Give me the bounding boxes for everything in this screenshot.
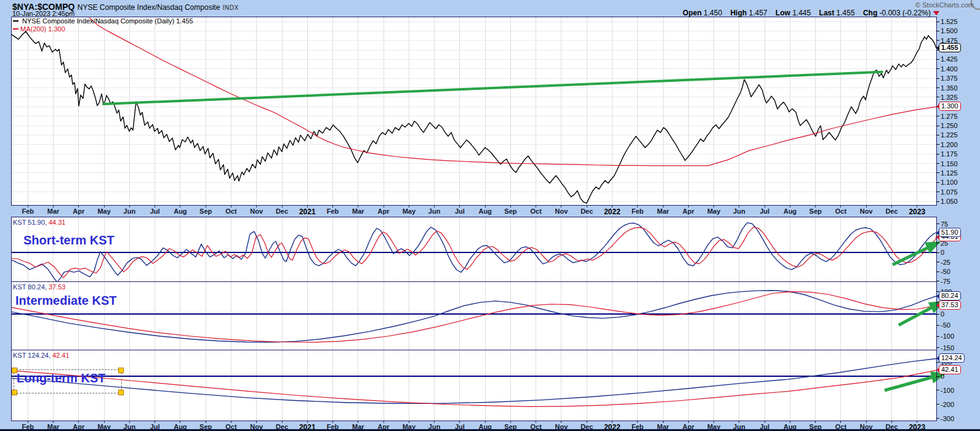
price-legend: NYSE Composite Index/Nasdaq Composite (D… [13, 17, 193, 25]
chart-datetime: 10-Jan-2023 2:45pm [12, 10, 75, 17]
short-kst-label: KST [13, 219, 26, 226]
month-label: Jul [455, 207, 465, 215]
short-axis-label: 0 [941, 249, 944, 256]
month-label: Oct [225, 207, 236, 215]
callout-notch-icon [936, 368, 939, 373]
month-label: Feb [22, 207, 34, 215]
month-label: Jun [428, 207, 441, 215]
long-axis-label: -100 [941, 387, 954, 394]
callout-notch-icon [936, 46, 939, 50]
month-label: May [707, 207, 720, 215]
month-label: 2022 [604, 207, 621, 216]
short-axis-label: -50 [941, 268, 950, 275]
month-label: Apr [73, 207, 84, 215]
long-axis-label: -200 [941, 401, 954, 408]
price-axis-label: 1.100 [941, 179, 958, 186]
symbol-name: NYSE Composite Index/Nasdaq Composite [78, 3, 220, 12]
price-axis-label: 1.375 [941, 75, 958, 82]
long-value-callout: 42.41 [939, 365, 961, 374]
month-label: Dec [885, 207, 898, 215]
selection-handle-bottom-right[interactable] [118, 390, 124, 395]
ohlc-row: Open 1.450 High 1.457 Low 1.445 Last 1.4… [677, 9, 939, 17]
price-value-callout: 1.300 [939, 102, 961, 111]
month-label: Mar [657, 207, 669, 215]
ma-legend: MA(200) 1.300 [13, 25, 65, 33]
ma-legend-value: 1.300 [48, 25, 65, 33]
month-label: Jul [760, 207, 769, 215]
copyright: © StockCharts.com [915, 1, 974, 9]
long-kst-value: 124.24, [28, 352, 50, 359]
mid-kst-legend: KST 80.24, 37.53 [13, 283, 65, 291]
open-label: Open [683, 9, 702, 17]
month-label: May [403, 207, 416, 215]
mid-axis-label: -50 [941, 321, 950, 329]
mid-value-callout: 37.53 [939, 300, 961, 310]
month-label: 2021 [299, 207, 316, 216]
selection-handle-top-right[interactable] [118, 368, 124, 373]
exchange-tag: INDX [223, 4, 239, 11]
short-kst-value: 51.90, [28, 219, 47, 226]
month-label: Dec [276, 207, 288, 215]
price-axis-label: 1.350 [941, 84, 958, 92]
month-label: Nov [250, 207, 263, 215]
mid-kst-value: 80.24, [28, 283, 47, 291]
month-label: Nov [555, 207, 568, 215]
short-plot-area [11, 217, 936, 281]
mid-kst-signal-value: 37.53 [49, 283, 66, 291]
short-kst-title: Short-term KST [23, 233, 114, 248]
annotation-selection-box[interactable]: Long-term KST [14, 369, 122, 393]
selection-handle-bottom-left[interactable] [12, 390, 17, 395]
long-kst-legend: KST 124.24, 42.41 [13, 352, 70, 359]
chg-down-triangle-icon [933, 11, 939, 15]
price-axis-label: 1.500 [941, 27, 958, 34]
month-label: Apr [683, 207, 694, 215]
price-axis-label: 1.400 [941, 65, 958, 73]
month-label: Jun [733, 207, 745, 215]
mid-kst-label: KST [13, 283, 26, 291]
month-label: Sep [809, 207, 822, 215]
short-axis-label: -25 [941, 259, 950, 266]
short-axis-label: 75 [941, 220, 948, 228]
callout-notch-icon [936, 230, 939, 235]
short-axis-label: -75 [941, 278, 950, 285]
ma-legend-label: MA(200) [20, 25, 46, 33]
mid-axis-label: 0 [941, 310, 944, 318]
long-kst-title[interactable]: Long-term KST [17, 371, 105, 385]
low-value: 1.445 [792, 9, 811, 17]
callout-notch-icon [936, 303, 939, 308]
month-label: Mar [352, 207, 364, 215]
price-plot-area [11, 17, 936, 205]
price-axis-label: 1.225 [941, 131, 958, 139]
month-label: Mar [47, 207, 60, 215]
price-axis-label: 1.325 [941, 94, 958, 101]
month-label: Nov [860, 207, 873, 215]
price-axis-label: 1.275 [941, 113, 958, 120]
long-plot-area [11, 350, 936, 421]
price-axis-label: 1.150 [941, 160, 958, 167]
price-axis-label: 1.525 [941, 18, 958, 25]
short-kst-signal-value: 44.31 [49, 219, 66, 226]
last-value: 1.455 [837, 9, 855, 17]
short-value-callout: 51.90 [939, 228, 961, 237]
selection-handle-top-left[interactable] [12, 368, 17, 373]
month-label: Apr [378, 207, 390, 215]
month-label: May [97, 207, 110, 215]
long-value-callout: 124.24 [939, 353, 965, 363]
price-legend-swatch-icon [13, 20, 18, 22]
month-label: Dec [580, 207, 593, 215]
price-legend-title: NYSE Composite Index/Nasdaq Composite (D… [22, 17, 174, 25]
price-axis-label: 1.125 [941, 169, 958, 177]
price-axis-label: 1.175 [941, 150, 958, 158]
month-label: 2023 [909, 207, 925, 216]
mid-axis-label: -100 [941, 332, 954, 340]
price-axis-label: 1.250 [941, 122, 958, 129]
chg-value: -0.003 (-0.22%) [880, 9, 931, 17]
month-label: Aug [784, 207, 797, 215]
month-label: Oct [835, 207, 846, 215]
mid-kst-title: Intermediate KST [15, 294, 116, 308]
month-label: Aug [174, 207, 187, 215]
high-label: High [730, 9, 747, 17]
price-axis-label: 1.050 [941, 198, 958, 205]
month-label: Feb [327, 207, 339, 215]
month-label: Feb [632, 207, 644, 215]
